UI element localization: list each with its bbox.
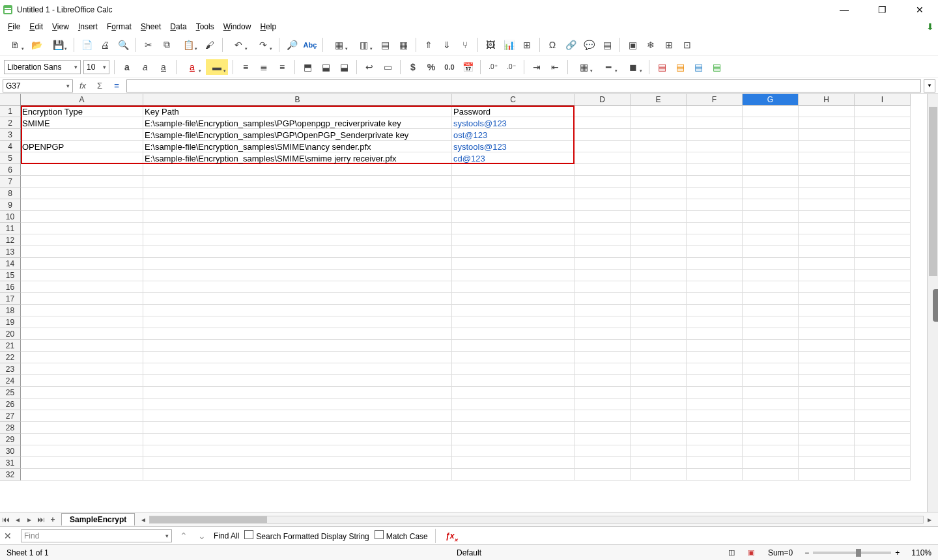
cell[interactable] <box>855 434 911 445</box>
number-format-button[interactable]: 0.0 <box>442 59 457 75</box>
cell[interactable] <box>575 211 631 223</box>
cell[interactable] <box>799 352 855 363</box>
name-box[interactable]: G37 <box>3 79 73 92</box>
cell-data[interactable]: systools@123 <box>452 141 508 152</box>
bold-button[interactable]: a <box>119 59 135 75</box>
cell[interactable] <box>575 316 631 328</box>
column-header-I[interactable]: I <box>855 94 911 105</box>
export-pdf-button[interactable]: 📄 <box>79 37 94 53</box>
borders-button[interactable]: ▦ <box>573 59 595 75</box>
merge-cells-button[interactable]: ▭ <box>380 59 395 75</box>
pivot-button[interactable]: ⊞ <box>519 37 535 53</box>
cell[interactable] <box>21 223 143 234</box>
cell[interactable] <box>143 387 452 399</box>
cell[interactable] <box>143 422 452 434</box>
cell[interactable] <box>743 164 799 176</box>
font-color-button[interactable]: a <box>181 59 203 75</box>
row-header-17[interactable]: 17 <box>0 293 21 305</box>
cell[interactable] <box>452 399 575 410</box>
cell[interactable] <box>799 281 855 293</box>
cell[interactable] <box>687 410 743 422</box>
cell[interactable] <box>799 270 855 281</box>
undo-button[interactable]: ↶ <box>227 37 249 53</box>
cell[interactable] <box>743 305 799 316</box>
cell[interactable] <box>855 410 911 422</box>
cell[interactable] <box>143 352 452 363</box>
cell[interactable] <box>799 117 855 129</box>
menu-view[interactable]: View <box>48 21 73 33</box>
row-header-19[interactable]: 19 <box>0 316 21 328</box>
cell[interactable] <box>631 445 687 457</box>
align-top-button[interactable]: ⬒ <box>300 59 315 75</box>
tab-prev-button[interactable]: ◂ <box>12 514 23 525</box>
cell[interactable] <box>855 152 911 164</box>
cell[interactable] <box>631 457 687 469</box>
cell[interactable] <box>21 152 143 164</box>
function-wizard-button[interactable]: fx <box>76 79 90 92</box>
zoom-out-button[interactable]: − <box>804 548 809 557</box>
cell[interactable] <box>799 223 855 234</box>
cell[interactable] <box>855 305 911 316</box>
cell[interactable] <box>452 328 575 340</box>
row-header-14[interactable]: 14 <box>0 258 21 270</box>
status-zoom[interactable]: 110% <box>909 548 934 557</box>
find-fx-icon[interactable]: ƒx <box>443 529 457 542</box>
cell[interactable] <box>21 199 143 211</box>
cell[interactable] <box>631 211 687 223</box>
cell[interactable] <box>21 246 143 258</box>
cell[interactable] <box>575 129 631 141</box>
cell[interactable] <box>743 223 799 234</box>
cell[interactable] <box>855 270 911 281</box>
cell[interactable] <box>687 363 743 375</box>
menu-file[interactable]: File <box>4 21 24 33</box>
cell[interactable] <box>575 281 631 293</box>
menu-edit[interactable]: Edit <box>25 21 47 33</box>
maximize-button[interactable]: ❐ <box>870 2 894 18</box>
select-all-corner[interactable] <box>0 94 21 105</box>
cell[interactable] <box>575 164 631 176</box>
cell[interactable] <box>855 422 911 434</box>
cell[interactable] <box>452 223 575 234</box>
cell[interactable] <box>743 234 799 246</box>
cell[interactable] <box>743 445 799 457</box>
cell[interactable] <box>143 176 452 188</box>
comment-button[interactable]: 💬 <box>581 37 597 53</box>
cell[interactable] <box>855 234 911 246</box>
cell[interactable] <box>21 188 143 199</box>
cell[interactable] <box>575 387 631 399</box>
cell[interactable] <box>743 410 799 422</box>
headers-footers-button[interactable]: ▤ <box>599 37 615 53</box>
cell[interactable] <box>799 445 855 457</box>
menu-window[interactable]: Window <box>220 21 255 33</box>
column-header-E[interactable]: E <box>631 94 687 105</box>
cell[interactable] <box>575 246 631 258</box>
open-button[interactable]: 📂 <box>29 37 44 53</box>
cell[interactable] <box>855 141 911 152</box>
cell[interactable] <box>21 234 143 246</box>
cell[interactable] <box>21 469 143 481</box>
find-input[interactable]: Find <box>21 529 172 542</box>
cell[interactable] <box>21 129 143 141</box>
cell[interactable] <box>631 399 687 410</box>
cell[interactable] <box>575 293 631 305</box>
cell-data[interactable]: cd@123 <box>452 152 487 164</box>
column-header-H[interactable]: H <box>799 94 855 105</box>
cell[interactable] <box>799 328 855 340</box>
cell[interactable] <box>687 375 743 387</box>
cell[interactable] <box>575 363 631 375</box>
cell[interactable] <box>631 434 687 445</box>
sort-asc-button[interactable]: ⇑ <box>421 37 436 53</box>
cell[interactable] <box>575 258 631 270</box>
cell[interactable] <box>575 234 631 246</box>
cell[interactable] <box>687 316 743 328</box>
row-header-20[interactable]: 20 <box>0 328 21 340</box>
cell[interactable] <box>743 211 799 223</box>
table-button[interactable]: ▤ <box>377 37 393 53</box>
cell[interactable] <box>687 199 743 211</box>
zoom-in-button[interactable]: + <box>895 548 900 557</box>
cell[interactable] <box>687 270 743 281</box>
cell[interactable] <box>743 281 799 293</box>
cell[interactable] <box>143 293 452 305</box>
cell[interactable] <box>799 129 855 141</box>
row-header-29[interactable]: 29 <box>0 434 21 445</box>
